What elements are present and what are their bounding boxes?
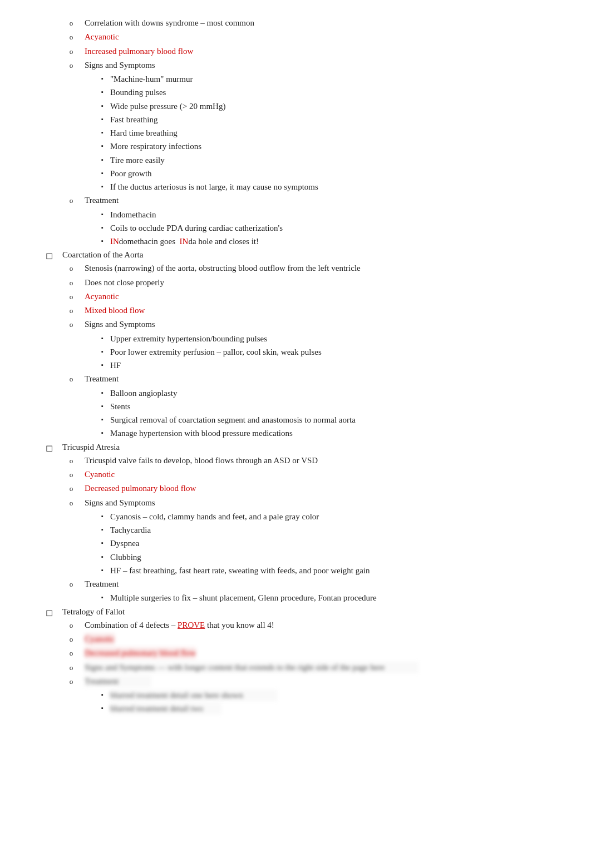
- list-item: o Acyanotic: [61, 290, 569, 303]
- coarctation-title: Coarctation of the Aorta: [62, 250, 143, 260]
- list-item: ▪ Wide pulse pressure (> 20 mmHg): [95, 100, 569, 113]
- list-item: ▪ Tire more easily: [95, 154, 569, 167]
- item-text: Clubbing: [110, 551, 141, 564]
- bullet-o: o: [61, 619, 81, 631]
- item-text: Surgical removal of coarctation segment …: [110, 414, 356, 426]
- list-item: o Signs and Symptoms: [61, 59, 569, 72]
- item-text-indomethacin: INdomethacin goes INda hole and closes i…: [110, 235, 259, 248]
- coarctation-title-row: ◻ Coarctation of the Aorta: [33, 250, 569, 261]
- bullet-sq: ▪: [95, 427, 110, 438]
- item-text: If the ductus arteriosus is not large, i…: [110, 181, 318, 194]
- bullet-o: o: [61, 45, 81, 57]
- list-item: ▪ Coils to occlude PDA during cardiac ca…: [95, 222, 569, 235]
- bullet-o: o: [61, 31, 81, 43]
- bullet-sq: ▪: [95, 414, 110, 424]
- list-item: o Acyanotic: [61, 31, 569, 43]
- list-item: ▪ Balloon angioplasty: [95, 387, 569, 400]
- blurred-text: Signs and Symptoms — with longer content…: [85, 662, 418, 673]
- item-text-signs: Signs and Symptoms: [85, 318, 569, 331]
- list-item: o Signs and Symptoms: [61, 318, 569, 331]
- bullet-sq: ▪: [95, 113, 110, 124]
- bullet-o: o: [61, 578, 81, 590]
- list-item: o Treatment: [61, 194, 569, 207]
- item-text-treatment: Treatment: [85, 578, 569, 591]
- list-item: ▪ blurred treatment detail one here show…: [95, 689, 569, 702]
- bullet-sq: ▪: [95, 127, 110, 137]
- blurred-text: blurred treatment detail two: [110, 703, 221, 715]
- blurred-text: blurred treatment detail one here shown: [110, 690, 277, 701]
- bullet-o: o: [61, 661, 81, 673]
- list-item: o Cyanotic: [61, 633, 569, 646]
- item-text: HF: [110, 359, 121, 372]
- list-item: ▪ Hard time breathing: [95, 127, 569, 140]
- bullet-sq: ▪: [95, 222, 110, 232]
- bullet-sq: ▪: [95, 592, 110, 602]
- bullet-sq: ▪: [95, 235, 110, 246]
- list-item: o Tricuspid valve fails to develop, bloo…: [61, 454, 569, 467]
- bullet-sq: ▪: [95, 100, 110, 111]
- list-item: o Signs and Symptoms: [61, 497, 569, 509]
- item-text: Manage hypertension with blood pressure …: [110, 427, 293, 440]
- item-text-treatment: Treatment: [85, 194, 569, 207]
- bullet-o: o: [61, 675, 81, 687]
- bullet-o: o: [61, 262, 81, 274]
- bullet-o: o: [61, 482, 81, 494]
- item-text: Poor lower extremity perfusion – pallor,…: [110, 346, 322, 359]
- list-item: ▪ HF – fast breathing, fast heart rate, …: [95, 564, 569, 577]
- item-text: Coils to occlude PDA during cardiac cath…: [110, 222, 283, 235]
- list-item: ▪ Poor growth: [95, 167, 569, 180]
- list-item: ▪ Surgical removal of coarctation segmen…: [95, 414, 569, 426]
- tricuspid-title: Tricuspid Atresia: [62, 443, 120, 452]
- list-item: ▪ Poor lower extremity perfusion – pallo…: [95, 346, 569, 359]
- list-item: ▪ Dyspnea: [95, 537, 569, 550]
- list-item: o Signs and Symptoms — with longer conte…: [61, 661, 569, 674]
- list-item: ▪ Upper extremity hypertension/bounding …: [95, 333, 569, 345]
- list-item: ▪ Manage hypertension with blood pressur…: [95, 427, 569, 440]
- highlight-in2: IN: [180, 237, 189, 246]
- list-item: o Combination of 4 defects – PROVE that …: [61, 619, 569, 632]
- bullet-o: o: [61, 318, 81, 330]
- bullet-sq: ▪: [95, 537, 110, 548]
- list-item: ▪ Bounding pulses: [95, 86, 569, 99]
- bullet-sq: ▪: [95, 510, 110, 521]
- item-text-mixed-blood: Mixed blood flow: [85, 304, 569, 317]
- list-item: o Stenosis (narrowing) of the aorta, obs…: [61, 262, 569, 275]
- tetralogy-title-row: ◻ Tetralogy of Fallot: [33, 607, 569, 618]
- list-item: o Correlation with downs syndrome – most…: [61, 17, 569, 29]
- tricuspid-title-row: ◻ Tricuspid Atresia: [33, 443, 569, 453]
- item-text: Correlation with downs syndrome – most c…: [85, 17, 569, 29]
- bullet-o: o: [61, 59, 81, 71]
- list-item: ▪ "Machine-hum" murmur: [95, 73, 569, 86]
- list-item: ▪ More respiratory infections: [95, 140, 569, 153]
- list-item: ▪ Fast breathing: [95, 113, 569, 126]
- bullet-sq: ▪: [95, 346, 110, 356]
- main-bullet: ◻: [39, 607, 59, 618]
- item-text: Tire more easily: [110, 154, 165, 167]
- text-part: da hole and closes it!: [188, 237, 259, 246]
- list-item: ▪ Clubbing: [95, 551, 569, 564]
- item-text-cyanotic: Cyanotic: [85, 468, 569, 481]
- bullet-sq: ▪: [95, 551, 110, 562]
- bullet-sq: ▪: [95, 359, 110, 370]
- bullet-o: o: [61, 290, 81, 302]
- item-text: Dyspnea: [110, 537, 140, 550]
- list-item: ▪ INdomethacin goes INda hole and closes…: [95, 235, 569, 248]
- item-text-blurred: blurred treatment detail two: [110, 702, 221, 715]
- bullet-o: o: [61, 468, 81, 480]
- main-bullet: ◻: [39, 250, 59, 261]
- list-item: ▪ Stents: [95, 400, 569, 413]
- item-text-decreased-pulmonary: Decreased pulmonary blood flow: [85, 482, 569, 495]
- tricuspid-section: ◻ Tricuspid Atresia o Tricuspid valve fa…: [33, 443, 569, 605]
- blurred-text: Decreased pulmonary blood flow: [85, 647, 196, 659]
- bullet-sq: ▪: [95, 702, 110, 713]
- item-text: Stenosis (narrowing) of the aorta, obstr…: [85, 262, 569, 275]
- item-text-signs: Signs and Symptoms: [85, 497, 569, 509]
- item-text-acyanotic: Acyanotic: [85, 290, 569, 303]
- item-text: Balloon angioplasty: [110, 387, 177, 400]
- item-text: Tricuspid valve fails to develop, blood …: [85, 454, 569, 467]
- item-text: "Machine-hum" murmur: [110, 73, 193, 86]
- blurred-text: Cyanotic: [85, 633, 115, 645]
- tetralogy-section: ◻ Tetralogy of Fallot o Combination of 4…: [33, 607, 569, 716]
- list-item: ▪ blurred treatment detail two: [95, 702, 569, 715]
- item-text-increased-pulmonary: Increased pulmonary blood flow: [85, 45, 569, 58]
